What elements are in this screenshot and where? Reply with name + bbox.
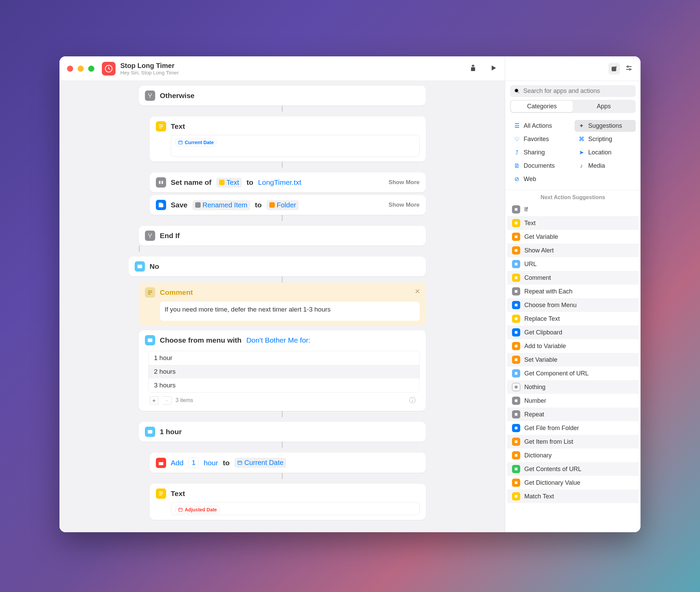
svg-rect-17 <box>515 263 517 265</box>
suggestion-row[interactable]: Number <box>507 394 638 408</box>
action-otherwise[interactable]: Otherwise <box>139 86 426 106</box>
run-button[interactable] <box>490 64 497 73</box>
cat-location[interactable]: ➤Location <box>575 147 636 159</box>
menu-prompt-field[interactable]: Don't Bother Me for: <box>246 336 310 344</box>
suggestion-row[interactable]: Choose from Menu <box>507 298 638 312</box>
action-no[interactable]: No <box>129 257 426 276</box>
svg-rect-21 <box>515 317 517 320</box>
editor-canvas[interactable]: Otherwise Text Current Date <box>59 81 505 532</box>
amount-field[interactable]: 1 <box>188 457 199 468</box>
library-tabs: Categories Apps <box>510 100 636 113</box>
suggestion-row[interactable]: Repeat <box>507 408 638 421</box>
variable-current-date[interactable]: Current Date <box>234 458 286 468</box>
suggestion-icon <box>512 451 520 459</box>
action-add-date[interactable]: Add 1 hour to Current Date <box>150 453 426 473</box>
suggestion-row[interactable]: Get Component of URL <box>507 367 638 380</box>
suggestion-row[interactable]: Get Variable <box>507 230 638 244</box>
info-icon[interactable]: ⓘ <box>409 396 416 405</box>
svg-rect-29 <box>515 427 517 429</box>
action-comment[interactable]: Comment ✕ If you need more time, defer t… <box>139 283 426 326</box>
svg-rect-28 <box>515 413 517 416</box>
svg-rect-32 <box>515 468 517 470</box>
variable-renamed[interactable]: Renamed Item <box>192 200 250 210</box>
cat-favorites[interactable]: ♡Favorites <box>510 133 571 145</box>
settings-button[interactable] <box>625 64 633 73</box>
text-icon <box>156 121 166 132</box>
variable-text[interactable]: Text <box>216 178 242 188</box>
suggestion-icon <box>512 342 520 350</box>
suggestion-row[interactable]: Get Item from List <box>507 435 638 449</box>
action-choose-menu[interactable]: Choose from menu with Don't Bother Me fo… <box>139 330 426 411</box>
suggestion-row[interactable]: Comment <box>507 271 638 285</box>
suggestion-label: Get Component of URL <box>524 370 589 377</box>
cat-documents[interactable]: 🗎Documents <box>510 160 571 172</box>
svg-rect-13 <box>515 208 517 211</box>
action-1-hour[interactable]: 1 hour <box>139 422 426 442</box>
library-button[interactable] <box>608 63 620 74</box>
suggestion-label: Get Variable <box>524 233 558 240</box>
main-pane: Stop Long Timer Hey Siri, Stop Long Time… <box>59 56 505 532</box>
share-button[interactable] <box>469 64 477 73</box>
comment-body[interactable]: If you need more time, defer the next ti… <box>160 302 420 321</box>
variable-token[interactable]: Adjusted Date <box>175 506 220 513</box>
minimize-window-button[interactable] <box>78 66 84 72</box>
action-text-2[interactable]: Text Adjusted Date <box>150 484 426 520</box>
add-option-button[interactable]: ＋ <box>150 396 159 404</box>
suggestion-row[interactable]: URL <box>507 257 638 271</box>
action-endif[interactable]: End If <box>139 226 426 246</box>
suggestion-row[interactable]: Get File from Folder <box>507 421 638 435</box>
suggestion-row[interactable]: Set Variable <box>507 353 638 367</box>
svg-rect-25 <box>515 372 517 375</box>
suggestion-row[interactable]: Add to Variable <box>507 339 638 353</box>
shortcut-subtitle: Hey Siri, Stop Long Timer <box>120 70 179 75</box>
search-input[interactable] <box>523 87 632 95</box>
suggestion-row[interactable]: Repeat with Each <box>507 285 638 298</box>
menu-option[interactable]: 1 hour <box>149 351 419 365</box>
action-text[interactable]: Text Current Date <box>150 116 426 162</box>
remove-option-button[interactable]: － <box>163 396 172 404</box>
suggestion-row[interactable]: If <box>507 203 638 216</box>
close-window-button[interactable] <box>67 66 73 72</box>
suggestion-row[interactable]: Get Clipboard <box>507 326 638 339</box>
close-icon[interactable]: ✕ <box>415 287 420 295</box>
text-input[interactable]: Current Date <box>171 135 420 157</box>
svg-rect-24 <box>515 358 517 361</box>
item-count: 3 items <box>176 397 193 403</box>
suggestion-icon <box>512 397 520 405</box>
cat-sharing[interactable]: ⤴Sharing <box>510 147 571 159</box>
cat-scripting[interactable]: ⌘Scripting <box>575 133 636 145</box>
suggestion-row[interactable]: Replace Text <box>507 312 638 326</box>
action-set-name[interactable]: Set name of Text to LongTimer.txt Show M… <box>150 173 426 192</box>
suggestion-row[interactable]: Nothing <box>507 380 638 394</box>
suggestion-row[interactable]: Get Dictionary Value <box>507 476 638 490</box>
search-field[interactable] <box>510 85 636 97</box>
filename-field[interactable]: LongTimer.txt <box>258 178 301 187</box>
suggestion-label: Choose from Menu <box>524 302 577 309</box>
tab-apps[interactable]: Apps <box>573 101 635 112</box>
suggestion-icon <box>512 438 520 446</box>
zoom-window-button[interactable] <box>88 66 94 72</box>
menu-option[interactable]: 2 hours <box>149 365 419 378</box>
suggestion-icon <box>512 301 520 309</box>
menu-option[interactable]: 3 hours <box>149 378 419 392</box>
action-save[interactable]: Save Renamed Item to Folder Show More <box>150 195 426 215</box>
suggestion-row[interactable]: Text <box>507 216 638 230</box>
show-more-button[interactable]: Show More <box>389 202 420 208</box>
suggestion-row[interactable]: Match Text <box>507 490 638 503</box>
tab-categories[interactable]: Categories <box>511 101 573 112</box>
suggestion-label: Repeat <box>524 411 544 418</box>
shortcut-title[interactable]: Stop Long Timer <box>120 62 179 70</box>
cat-all-actions[interactable]: ☰All Actions <box>510 120 571 132</box>
suggestion-row[interactable]: Get Contents of URL <box>507 462 638 476</box>
text-input[interactable]: Adjusted Date <box>171 502 420 515</box>
show-more-button[interactable]: Show More <box>389 179 420 186</box>
suggestion-list[interactable]: IfTextGet VariableShow AlertURLCommentRe… <box>505 203 641 532</box>
cat-suggestions[interactable]: ✦Suggestions <box>575 120 636 132</box>
cat-web[interactable]: ⊘Web <box>510 173 571 185</box>
suggestion-row[interactable]: Dictionary <box>507 449 638 462</box>
variable-token[interactable]: Current Date <box>175 139 217 146</box>
suggestion-row[interactable]: Show Alert <box>507 244 638 257</box>
cat-media[interactable]: ♪Media <box>575 160 636 172</box>
variable-folder[interactable]: Folder <box>267 200 299 210</box>
svg-rect-8 <box>178 508 182 511</box>
